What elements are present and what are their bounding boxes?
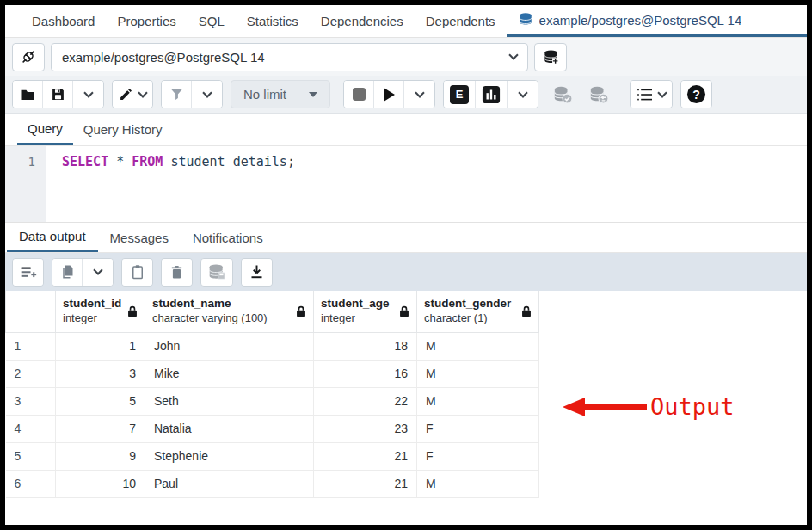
new-connection-button[interactable] xyxy=(534,43,567,71)
download-icon xyxy=(249,264,264,280)
row-number[interactable]: 2 xyxy=(6,360,56,387)
cell-student-name[interactable]: John xyxy=(145,332,314,360)
column-type: integer xyxy=(321,311,394,325)
delete-row-button[interactable] xyxy=(162,259,192,286)
analyze-chart-icon xyxy=(482,85,501,104)
sql-identifier: student_details; xyxy=(170,154,295,169)
column-type: character (1) xyxy=(424,311,516,325)
tab-query[interactable]: Query xyxy=(17,114,73,145)
column-type: integer xyxy=(63,311,122,325)
tab-properties[interactable]: Properties xyxy=(106,5,187,37)
cell-student-name[interactable]: Mike xyxy=(145,360,314,387)
cell-student-age[interactable]: 23 xyxy=(314,415,417,442)
tab-dashboard[interactable]: Dashboard xyxy=(21,5,106,37)
connection-select[interactable]: example/postgres@PostgreSQL 14 xyxy=(51,43,528,71)
database-icon xyxy=(543,49,559,65)
query-tab-bar: Query Query History xyxy=(5,114,807,146)
cell-student-age[interactable]: 21 xyxy=(314,442,417,470)
tab-statistics[interactable]: Statistics xyxy=(236,5,310,37)
cell-student-age[interactable]: 16 xyxy=(314,360,417,387)
column-header-student-gender[interactable]: student_gender character (1) xyxy=(417,291,539,332)
copy-options-dropdown[interactable] xyxy=(83,259,113,286)
tab-notifications[interactable]: Notifications xyxy=(181,223,275,252)
save-file-button[interactable] xyxy=(43,81,73,108)
connection-bar: example/postgres@PostgreSQL 14 xyxy=(5,38,807,76)
tab-label: SQL xyxy=(199,14,225,28)
cell-student-id[interactable]: 9 xyxy=(56,442,145,470)
copy-icon xyxy=(60,264,75,280)
lock-icon xyxy=(521,305,532,317)
execute-options-dropdown[interactable] xyxy=(404,81,434,108)
cell-student-gender[interactable]: M xyxy=(417,360,539,387)
row-number[interactable]: 6 xyxy=(6,470,56,497)
row-limit-select[interactable]: No limit xyxy=(231,80,330,108)
cell-student-gender[interactable]: F xyxy=(417,415,539,442)
download-results-button[interactable] xyxy=(242,259,272,286)
explain-analyze-button[interactable] xyxy=(476,81,508,108)
lock-icon xyxy=(296,305,306,317)
explain-options-dropdown[interactable] xyxy=(508,81,538,108)
row-number[interactable]: 4 xyxy=(6,415,56,442)
add-row-button[interactable] xyxy=(13,259,43,286)
cell-student-name[interactable]: Seth xyxy=(145,387,314,415)
cell-student-id[interactable]: 3 xyxy=(56,360,145,387)
table-row: 35Seth22M xyxy=(6,387,539,415)
column-header-student-age[interactable]: student_age integer xyxy=(314,291,417,332)
tab-label: Data output xyxy=(19,229,86,243)
help-button[interactable]: ? xyxy=(681,81,711,108)
explain-button[interactable]: E xyxy=(444,81,476,108)
tab-dependents[interactable]: Dependents xyxy=(415,5,507,37)
save-data-database-icon xyxy=(207,263,226,280)
cell-student-name[interactable]: Natalia xyxy=(145,415,314,442)
cell-student-gender[interactable]: M xyxy=(417,332,539,360)
tab-messages[interactable]: Messages xyxy=(98,223,181,252)
save-data-changes-button[interactable] xyxy=(201,259,232,286)
paste-button[interactable] xyxy=(122,259,152,286)
copy-button[interactable] xyxy=(52,259,83,286)
save-options-dropdown[interactable] xyxy=(73,81,103,108)
row-limit-value: No limit xyxy=(243,87,286,102)
tab-label: Query xyxy=(28,121,63,136)
editor-gutter: 1 xyxy=(5,146,46,222)
cell-student-id[interactable]: 7 xyxy=(56,415,145,442)
open-file-button[interactable] xyxy=(13,81,43,108)
connection-status-button[interactable] xyxy=(12,43,45,71)
commit-button[interactable] xyxy=(546,85,579,104)
cell-student-id[interactable]: 1 xyxy=(56,332,145,360)
row-number[interactable]: 3 xyxy=(6,387,56,415)
save-icon xyxy=(51,87,65,102)
execute-query-button[interactable] xyxy=(374,81,404,108)
column-header-student-name[interactable]: student_name character varying (100) xyxy=(145,291,314,332)
cell-student-gender[interactable]: F xyxy=(417,442,539,470)
column-header-student-id[interactable]: student_id integer xyxy=(56,291,145,332)
sql-editor[interactable]: 1 SELECT * FROM student_details; xyxy=(5,146,807,222)
cell-student-name[interactable]: Paul xyxy=(145,470,314,497)
filter-options-dropdown[interactable] xyxy=(192,81,222,108)
rollback-button[interactable] xyxy=(582,85,615,104)
macros-dropdown-button[interactable] xyxy=(631,81,672,108)
cell-student-id[interactable]: 10 xyxy=(56,470,145,497)
cell-student-gender[interactable]: M xyxy=(417,470,539,497)
results-tab-bar: Data output Messages Notifications xyxy=(5,222,807,253)
cell-student-id[interactable]: 5 xyxy=(56,387,145,415)
cell-student-age[interactable]: 22 xyxy=(314,387,417,415)
row-number[interactable]: 5 xyxy=(6,442,56,470)
tab-sql[interactable]: SQL xyxy=(188,5,236,37)
cell-student-name[interactable]: Stephenie xyxy=(145,442,314,470)
cell-student-age[interactable]: 18 xyxy=(314,332,417,360)
tab-data-output[interactable]: Data output xyxy=(7,223,98,252)
cancel-query-button[interactable] xyxy=(344,81,374,108)
clipboard-icon xyxy=(131,264,145,280)
grid-corner-cell[interactable] xyxy=(6,291,56,332)
tab-query-history[interactable]: Query History xyxy=(73,114,173,145)
tab-query-tool-active[interactable]: example/postgres@PostgreSQL 14 xyxy=(507,5,807,37)
sql-code-line[interactable]: SELECT * FROM student_details; xyxy=(46,146,295,222)
row-number[interactable]: 1 xyxy=(6,332,56,360)
sql-star: * xyxy=(116,154,124,169)
pgadmin-window: Dashboard Properties SQL Statistics Depe… xyxy=(0,0,812,530)
edit-button[interactable] xyxy=(113,81,152,108)
cell-student-gender[interactable]: M xyxy=(417,387,539,415)
tab-dependencies[interactable]: Dependencies xyxy=(310,5,415,37)
cell-student-age[interactable]: 21 xyxy=(314,470,417,497)
filter-button[interactable] xyxy=(162,81,192,108)
